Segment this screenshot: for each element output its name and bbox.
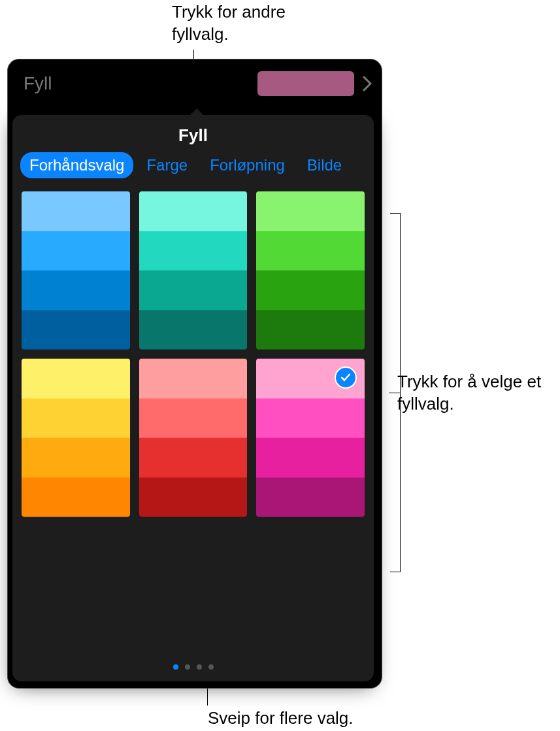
callout-line-right-vertical (400, 213, 401, 572)
swatch (22, 310, 130, 350)
swatch (256, 478, 365, 517)
swatch (22, 438, 130, 478)
page-dot-3[interactable] (197, 664, 202, 670)
current-fill-preview[interactable] (257, 71, 354, 96)
swatch (139, 231, 248, 271)
tab-color[interactable]: Farge (137, 152, 197, 178)
fill-header-row[interactable]: Fyll (8, 59, 382, 104)
preset-grid (12, 191, 374, 517)
fill-header-label: Fyll (24, 73, 257, 94)
chevron-right-icon[interactable] (361, 74, 374, 93)
swatch (22, 398, 130, 438)
swatch (139, 398, 248, 438)
callout-top: Trykk for andre fyllvalg. (172, 1, 342, 46)
preset-pink[interactable] (256, 359, 365, 517)
swatch (22, 191, 130, 231)
page-dot-2[interactable] (185, 664, 190, 670)
swatch (139, 270, 248, 310)
swatch (256, 191, 365, 231)
swatch (256, 310, 365, 350)
callout-line-right-horizontal (389, 393, 401, 393)
tab-presets[interactable]: Forhåndsvalg (20, 152, 133, 178)
preset-blue[interactable] (22, 191, 130, 349)
swatch (256, 398, 365, 438)
tab-image[interactable]: Bilde (298, 152, 351, 178)
fill-popover: Fyll Forhåndsvalg Farge Forløpning Bilde (12, 115, 374, 681)
swatch (22, 478, 130, 517)
preset-green[interactable] (256, 191, 365, 349)
fill-tabs: Forhåndsvalg Farge Forløpning Bilde (12, 152, 374, 178)
swatch (139, 438, 248, 478)
page-indicator[interactable] (12, 664, 374, 670)
swatch (139, 310, 248, 350)
checkmark-icon (335, 366, 357, 389)
swatch (139, 191, 248, 231)
callout-right: Trykk for å velge et fyllvalg. (397, 371, 554, 415)
page-dot-1[interactable] (173, 664, 178, 670)
swatch (139, 359, 248, 398)
preset-red[interactable] (139, 359, 248, 517)
swatch (256, 270, 365, 310)
swatch (22, 359, 130, 398)
swatch (139, 478, 248, 517)
swatch (22, 270, 130, 310)
swatch (256, 438, 365, 478)
callout-line-right-bottomtick (390, 572, 401, 572)
preset-yellow[interactable] (22, 359, 130, 517)
preset-teal[interactable] (139, 191, 248, 349)
tab-gradient[interactable]: Forløpning (201, 152, 294, 178)
swatch (22, 231, 130, 271)
callout-line-right-toptick (390, 213, 401, 214)
popover-title: Fyll (12, 115, 374, 152)
page-dot-4[interactable] (208, 664, 214, 670)
callout-bottom: Sveip for flere valg. (208, 707, 354, 730)
swatch (256, 231, 365, 271)
